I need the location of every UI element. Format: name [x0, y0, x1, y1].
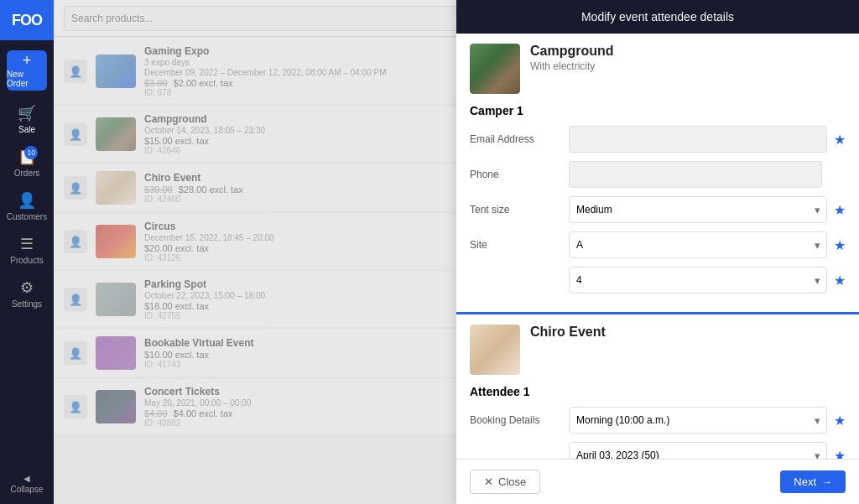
email-input[interactable]: [569, 126, 827, 153]
products-icon: ☰: [20, 235, 34, 253]
tent-size-select[interactable]: Medium Small Large: [569, 196, 827, 223]
event-image-chiro: [470, 325, 520, 375]
sidebar-item-orders[interactable]: 📋 Orders 10: [14, 148, 40, 178]
event-title-campground: Campground: [530, 44, 614, 59]
required-indicator: ★: [834, 448, 846, 460]
event-section-chiro: Chiro Event Attendee 1 Booking Details M…: [456, 314, 859, 459]
sidebar-item-label-settings: Settings: [12, 299, 42, 309]
phone-label: Phone: [470, 169, 562, 180]
event-section-campground: Campground With electricity Camper 1 Ema…: [456, 34, 859, 314]
attendee-section-attendee: Attendee 1 Booking Details Morning (10:0…: [456, 385, 859, 459]
app-logo: FOO: [0, 0, 54, 40]
booking-details-row: Booking Details Morning (10:00 a.m.) Aft…: [470, 407, 846, 434]
attendee-title-attendee: Attendee 1: [470, 385, 846, 398]
phone-input[interactable]: [569, 161, 822, 188]
sidebar-item-label-sale: Sale: [18, 125, 35, 134]
required-indicator: ★: [834, 413, 846, 429]
event-subtitle-campground: With electricity: [530, 60, 614, 72]
site-number-select[interactable]: 41235: [569, 267, 827, 294]
event-title-chiro: Chiro Event: [530, 325, 606, 340]
site-label: Site: [470, 239, 562, 251]
site-select[interactable]: ABCD: [569, 231, 827, 258]
phone-row: Phone: [470, 161, 846, 188]
new-order-button[interactable]: + New Order: [7, 50, 47, 91]
event-details-chiro: Chiro Event: [530, 325, 606, 375]
required-indicator: ★: [834, 202, 846, 218]
required-indicator: ★: [834, 132, 846, 148]
site-select-wrapper: ABCD: [569, 231, 827, 258]
collapse-label: Collapse: [11, 485, 44, 494]
close-icon: ✕: [484, 475, 493, 488]
required-indicator: ★: [834, 273, 846, 288]
sidebar: FOO + New Order 🛒 Sale 📋 Orders 10 👤 Cus…: [0, 0, 54, 504]
site-number-wrapper: 41235: [569, 267, 827, 294]
new-order-label: New Order: [7, 70, 47, 88]
collapse-icon: ◀: [23, 474, 30, 483]
event-header: Campground With electricity: [456, 34, 859, 104]
date-select[interactable]: April 03, 2023 (50) April 10, 2023 (50): [569, 442, 827, 459]
event-header-chiro: Chiro Event: [456, 314, 859, 385]
sidebar-item-customers[interactable]: 👤 Customers: [7, 191, 47, 221]
sidebar-item-label-products: Products: [10, 256, 43, 265]
collapse-button[interactable]: ◀ Collapse: [11, 474, 44, 494]
modal-overlay: Modify event attendee details Campground…: [54, 0, 859, 504]
next-button[interactable]: Next →: [780, 470, 846, 493]
next-label: Next: [794, 475, 816, 488]
settings-icon: ⚙: [20, 278, 34, 297]
modal-body: Campground With electricity Camper 1 Ema…: [456, 34, 859, 459]
email-row: Email Address ★: [470, 126, 846, 153]
sidebar-item-label-customers: Customers: [7, 212, 47, 221]
site-number-row: 41235 ★: [470, 267, 846, 294]
attendee-title-camper: Camper 1: [470, 104, 846, 117]
tent-size-row: Tent size Medium Small Large ★: [470, 196, 846, 223]
sidebar-item-products[interactable]: ☰ Products: [10, 235, 43, 265]
customers-icon: 👤: [18, 191, 36, 210]
event-image-campground: [470, 44, 520, 94]
modal-panel: Modify event attendee details Campground…: [456, 0, 859, 504]
date-row: April 03, 2023 (50) April 10, 2023 (50) …: [470, 442, 846, 459]
plus-icon: +: [23, 53, 32, 68]
sidebar-item-label-orders: Orders: [14, 169, 40, 178]
tent-size-wrapper: Medium Small Large: [569, 196, 827, 223]
sidebar-item-settings[interactable]: ⚙ Settings: [12, 278, 42, 309]
site-row: Site ABCD ★: [470, 231, 846, 258]
sale-icon: 🛒: [18, 104, 36, 122]
required-indicator: ★: [834, 237, 846, 253]
modal-title: Modify event attendee details: [456, 0, 859, 34]
booking-details-label: Booking Details: [470, 414, 562, 426]
booking-details-wrapper: Morning (10:00 a.m.) Afternoon (2:00 p.m…: [569, 407, 827, 434]
event-details: Campground With electricity: [530, 44, 614, 94]
sidebar-item-sale[interactable]: 🛒 Sale: [18, 104, 36, 134]
next-arrow-icon: →: [821, 475, 832, 488]
modal-footer: ✕ Close Next →: [456, 459, 859, 504]
close-label: Close: [498, 475, 526, 488]
booking-details-select[interactable]: Morning (10:00 a.m.) Afternoon (2:00 p.m…: [569, 407, 827, 434]
close-button[interactable]: ✕ Close: [470, 470, 540, 494]
date-wrapper: April 03, 2023 (50) April 10, 2023 (50): [569, 442, 827, 459]
email-label: Email Address: [470, 133, 562, 145]
attendee-section-camper: Camper 1 Email Address ★ Phone: [456, 104, 859, 312]
tent-size-label: Tent size: [470, 204, 562, 216]
